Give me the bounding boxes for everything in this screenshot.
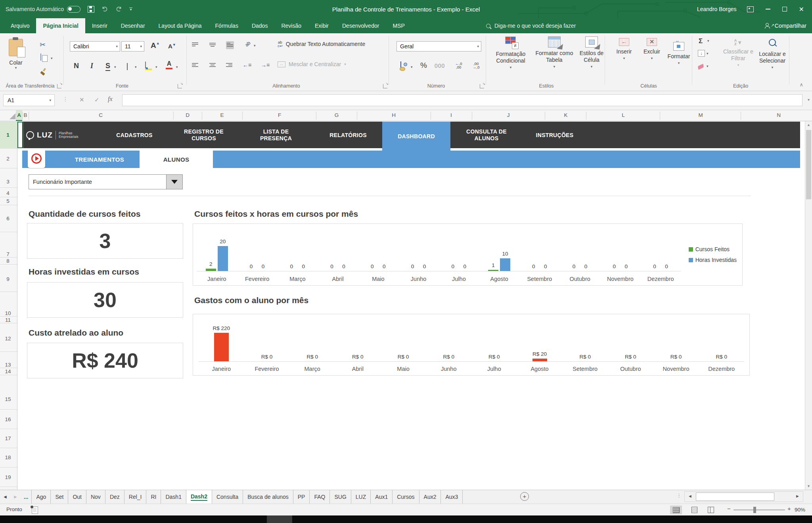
row-header-19[interactable]: 19 — [0, 474, 16, 480]
sheet-tab-dash2[interactable]: Dash2 — [186, 490, 212, 504]
row-header-4[interactable]: 4 — [0, 190, 16, 196]
chevron-down-icon[interactable]: ▾ — [114, 65, 116, 69]
sheet-tab-aux1[interactable]: Aux1 — [371, 490, 393, 504]
chevron-down-icon[interactable]: ▾ — [707, 52, 709, 55]
row-header-5[interactable]: 5 — [0, 198, 16, 204]
nav-item-consulta-de-alunos[interactable]: CONSULTA DE ALUNOS — [461, 128, 512, 142]
italic-button[interactable]: I — [90, 62, 93, 70]
tabs-scroll-left-icon[interactable]: ◄ — [0, 490, 10, 504]
zoom-slider-track[interactable] — [733, 510, 785, 510]
page-layout-view-button[interactable] — [688, 506, 700, 514]
ribbon-tab-fórmulas[interactable]: Fórmulas — [209, 18, 245, 33]
row-header-2[interactable]: 2 — [0, 156, 16, 162]
column-header-E[interactable]: E — [220, 112, 224, 118]
chart-gastos[interactable]: R$ 220R$ 0R$ 0R$ 0R$ 0R$ 0R$ 0R$ 20R$ 0R… — [193, 314, 750, 376]
column-header-L[interactable]: L — [622, 112, 625, 118]
ribbon-tab-layout-da-página[interactable]: Layout da Página — [152, 18, 209, 33]
row-header-15[interactable]: 15 — [0, 396, 16, 402]
font-color-button[interactable]: A — [166, 60, 172, 69]
column-header-A[interactable]: A — [17, 112, 21, 118]
video-button[interactable] — [28, 149, 45, 168]
column-header-M[interactable]: M — [698, 112, 703, 118]
percent-style-button[interactable]: % — [420, 61, 427, 70]
align-right-icon[interactable] — [226, 63, 232, 69]
restore-icon[interactable] — [782, 7, 787, 11]
student-filter-dropdown[interactable]: Funcionário Importante — [29, 174, 183, 189]
align-top-icon[interactable] — [192, 42, 198, 48]
tabs-overflow-indicator[interactable]: ... — [21, 490, 32, 504]
find-select-button[interactable]: Localizar e Selecionar ▾ — [754, 39, 791, 71]
chevron-down-icon[interactable]: ▾ — [51, 56, 53, 60]
paste-button[interactable]: Colar ▾ — [9, 39, 23, 70]
sheet-tab-ri[interactable]: RI — [146, 490, 161, 504]
number-format-combo[interactable]: Geral▾ — [396, 41, 481, 52]
decrease-decimal-icon[interactable]: ,00 →,0 — [473, 62, 479, 69]
vertical-scroll-thumb[interactable] — [806, 130, 811, 199]
sheet-tab-dez[interactable]: Dez — [105, 490, 124, 504]
column-header-G[interactable]: G — [335, 112, 339, 118]
column-header-B[interactable]: B — [23, 112, 27, 118]
chevron-down-icon[interactable]: ▾ — [411, 65, 413, 69]
row-header-9[interactable]: 9 — [0, 276, 16, 282]
ribbon-tab-desenvolvedor[interactable]: Desenvolvedor — [335, 18, 386, 33]
sheet-tab-busca-de-alunos[interactable]: Busca de alunos — [243, 490, 293, 504]
dropdown-arrow-button[interactable] — [166, 175, 182, 189]
sheet-tab-sug[interactable]: SUG — [330, 490, 351, 504]
increase-indent-icon[interactable]: →≡ — [261, 62, 270, 68]
cut-icon[interactable]: ✂ — [40, 40, 46, 49]
normal-view-button[interactable] — [670, 506, 682, 514]
chevron-down-icon[interactable]: ▾ — [176, 65, 178, 69]
chevron-down-icon[interactable]: ▾ — [254, 44, 256, 48]
macro-record-icon[interactable] — [32, 506, 38, 514]
decrease-font-button[interactable]: A▼ — [168, 43, 176, 50]
sheet-tab-out[interactable]: Out — [68, 490, 86, 504]
insert-cells-button[interactable]: ← Inserir ▾ — [610, 38, 638, 62]
ribbon-tab-desenhar[interactable]: Desenhar — [114, 18, 152, 33]
quick-access-customize-icon[interactable]: ▾ — [129, 8, 132, 11]
column-header-H[interactable]: H — [392, 112, 396, 118]
sheet-tab-aux2[interactable]: Aux2 — [419, 490, 441, 504]
chevron-down-icon[interactable]: ▾ — [135, 65, 137, 69]
scroll-left-icon[interactable]: ◄ — [688, 494, 692, 498]
nav-item-dashboard[interactable]: DASHBOARD — [382, 122, 450, 151]
sort-filter-button[interactable]: AZ▼ Classificar e Filtrar ▾ — [721, 39, 755, 69]
ribbon-tab-inserir[interactable]: Inserir — [85, 18, 114, 33]
sheet-tab-aux3[interactable]: Aux3 — [441, 490, 463, 504]
clear-icon[interactable] — [698, 64, 704, 70]
row-header-14[interactable]: 14 — [0, 368, 16, 374]
share-button[interactable]: ↗ Compartilhar — [765, 18, 806, 33]
autosave-control[interactable]: Salvamento Automático — [6, 6, 80, 13]
chevron-down-icon[interactable]: ▾ — [155, 65, 157, 69]
new-sheet-button[interactable]: + — [520, 492, 529, 501]
horizontal-scrollbar[interactable]: ◄ ► — [684, 491, 803, 502]
insert-function-icon[interactable]: fx — [108, 95, 113, 103]
save-icon[interactable] — [88, 6, 94, 13]
column-header-I[interactable]: I — [450, 112, 452, 118]
ribbon-display-options-icon[interactable] — [747, 6, 754, 12]
column-header-K[interactable]: K — [564, 112, 567, 118]
row-header-12[interactable]: 12 — [0, 336, 16, 342]
chevron-down-icon[interactable]: ▾ — [707, 39, 709, 43]
zoom-out-icon[interactable]: − — [727, 505, 731, 512]
row-header-16[interactable]: 16 — [0, 416, 16, 422]
search-input[interactable] — [494, 22, 598, 29]
align-bottom-icon[interactable] — [226, 41, 234, 49]
undo-icon[interactable] — [102, 6, 108, 12]
scroll-down-icon[interactable]: ▼ — [805, 484, 812, 488]
cell-styles-button[interactable]: Estilos de Célula ▾ — [572, 36, 611, 70]
zoom-slider-thumb[interactable] — [753, 507, 756, 513]
row-header-7[interactable]: 7 — [0, 251, 16, 257]
clipboard-dialog-launcher[interactable] — [57, 84, 61, 88]
subnav-tab-treinamentos[interactable]: TREINAMENTOS — [60, 151, 139, 168]
comma-style-button[interactable]: 000 — [435, 63, 445, 69]
subnav-tab-alunos[interactable]: ALUNOS — [140, 151, 213, 168]
formula-input[interactable] — [122, 94, 802, 106]
decrease-indent-icon[interactable]: ←≡ — [243, 62, 251, 68]
wrap-text-button[interactable]: abc↩ Quebrar Texto Automaticamente — [278, 40, 365, 48]
tell-me-search[interactable] — [486, 18, 598, 33]
bold-button[interactable]: N — [74, 62, 79, 70]
format-cells-button[interactable]: Formatar ▾ — [663, 38, 695, 67]
tabstrip-resize-handle[interactable]: ⋮ — [676, 492, 682, 498]
column-header-F[interactable]: F — [278, 112, 281, 118]
sheet-tab-ago[interactable]: Ago — [31, 490, 51, 504]
